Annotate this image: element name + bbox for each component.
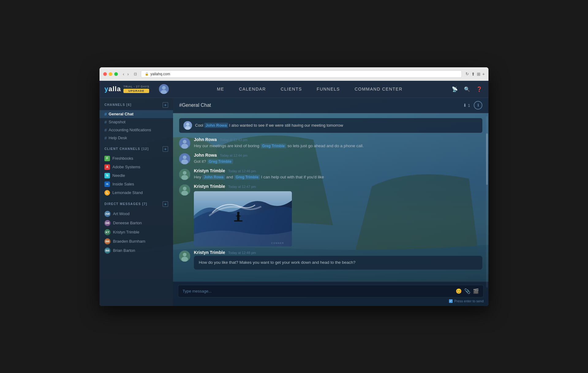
- hash-icon: #: [104, 128, 107, 132]
- nav-clients[interactable]: CLIENTS: [273, 81, 309, 98]
- share-button[interactable]: ⬆: [471, 72, 475, 76]
- channel-accounting-notifications[interactable]: # Accounting Notifications: [100, 126, 173, 134]
- upgrade-button[interactable]: UPGRADE: [123, 89, 149, 93]
- direct-messages-title: DIRECT MESSAGES [7]: [104, 202, 147, 206]
- member-count: ⬇ 1: [463, 103, 470, 108]
- back-button[interactable]: ‹: [122, 71, 126, 77]
- message-author: Kristyn Trimble: [194, 184, 225, 189]
- mention-greg-trimble: Greg Trimble: [261, 144, 286, 148]
- refresh-button[interactable]: ↻: [466, 72, 469, 76]
- enter-to-send-checkbox[interactable]: ✓: [449, 299, 453, 303]
- dm-braeden-burnham[interactable]: BB Braeden Burnham: [100, 237, 173, 246]
- tab-view-button[interactable]: ⊡: [132, 71, 138, 77]
- message-header: Kristyn Trimble Today at 12:48 pm: [194, 250, 482, 255]
- client-freshbooks[interactable]: F Freshbooks: [100, 154, 173, 163]
- message-header: Kristyn Trimble Today at 12:46 pm: [194, 168, 482, 173]
- svg-point-18: [183, 187, 187, 190]
- svg-point-13: [181, 159, 188, 164]
- mention-greg-trimble: Greg Trimble: [207, 159, 233, 164]
- client-lemonade-stand[interactable]: L Lemonade Stand: [100, 188, 173, 197]
- add-dm-button[interactable]: +: [163, 201, 168, 207]
- dm-art-wood[interactable]: AW Art Wood: [100, 209, 173, 218]
- hash-icon: #: [104, 120, 107, 125]
- nav-links: ME CALENDAR CLIENTS FUNNELS COMMAND CENT…: [169, 81, 450, 98]
- svg-rect-21: [237, 214, 239, 220]
- dm-brian-barton[interactable]: BB Brian Barton: [100, 246, 173, 255]
- minimize-button[interactable]: [109, 72, 112, 76]
- deneese-barton-avatar: DB: [104, 220, 111, 226]
- braeden-burnham-avatar: BB: [104, 238, 111, 244]
- message-text: Hey John Rowa and Greg Trimble I can hel…: [194, 174, 482, 180]
- close-button[interactable]: [103, 72, 107, 76]
- add-channel-button[interactable]: +: [163, 102, 168, 108]
- message-content: John Rowa Today at 12:44 pm Got it? Greg…: [194, 153, 482, 165]
- scrollbar-thumb[interactable]: [486, 133, 488, 185]
- nav-right-actions: 📡 🔍 ❓: [450, 85, 484, 93]
- lock-icon: 🔒: [145, 72, 149, 76]
- client-name: Freshbooks: [112, 156, 133, 161]
- client-inside-sales[interactable]: IS Inside Sales: [100, 180, 173, 188]
- pinned-content: Cool John Rowa I also wanted to see if w…: [195, 123, 478, 128]
- chat-header: #General Chat ⬇ 1 ℹ: [173, 98, 488, 113]
- message-input[interactable]: [183, 289, 453, 293]
- info-button[interactable]: ℹ: [474, 101, 482, 110]
- maximize-button[interactable]: [114, 72, 118, 76]
- nav-calendar[interactable]: CALENDAR: [232, 81, 273, 98]
- search-button[interactable]: 🔍: [463, 85, 471, 93]
- svg-point-12: [183, 155, 187, 159]
- channel-name: General Chat: [109, 112, 134, 116]
- pinned-text-rest: I also wanted to see if we were still ha…: [229, 123, 343, 128]
- mention-greg-trimble: Greg Trimble: [234, 175, 260, 180]
- chat-area: #General Chat ⬇ 1 ℹ: [173, 98, 488, 306]
- chat-input-area: 😊 📎 🎬 ✓ Press enter to send: [173, 282, 488, 306]
- scrollbar-track[interactable]: [486, 116, 488, 288]
- new-window-button[interactable]: ⊞: [477, 72, 481, 76]
- dm-kristyn-trimble[interactable]: KT Kristyn Trimble: [100, 228, 173, 237]
- messages-container[interactable]: Cool John Rowa I also wanted to see if w…: [173, 113, 488, 282]
- gif-button[interactable]: 🎬: [473, 288, 479, 294]
- message-author: Kristyn Trimble: [194, 168, 225, 173]
- chat-header-actions: ⬇ 1 ℹ: [463, 101, 482, 110]
- new-tab-button[interactable]: +: [482, 72, 485, 76]
- emoji-button[interactable]: 😊: [456, 288, 462, 294]
- input-actions: 😊 📎 🎬: [456, 288, 479, 294]
- help-button[interactable]: ❓: [475, 85, 484, 93]
- channel-name: Accounting Notifications: [109, 128, 151, 132]
- nav-avatar[interactable]: [159, 84, 169, 94]
- url-text: yallahq.com: [150, 72, 170, 76]
- message-header: John Rowa Today at 12:43 pm: [194, 137, 482, 142]
- channel-general-chat[interactable]: # General Chat: [100, 110, 173, 118]
- channel-help-desk[interactable]: # Help Desk: [100, 134, 173, 142]
- message-header: Kristyn Trimble Today at 12:47 pm: [194, 184, 482, 189]
- message-content: Kristyn Trimble Today at 12:46 pm Hey Jo…: [194, 168, 482, 180]
- avatar-svg: [179, 138, 190, 149]
- broadcast-icon-button[interactable]: 📡: [450, 85, 459, 93]
- channel-snapshot[interactable]: # Snapshot: [100, 118, 173, 126]
- address-bar[interactable]: 🔒 yallahq.com: [141, 70, 462, 78]
- nav-command-center[interactable]: COMMAND CENTER: [347, 81, 410, 98]
- dm-name: Deneese Barton: [113, 221, 142, 225]
- chat-input-box: 😊 📎 🎬: [178, 285, 484, 297]
- nav-me[interactable]: ME: [209, 81, 232, 98]
- dm-deneese-barton[interactable]: DB Deneese Barton: [100, 218, 173, 228]
- client-adobe-systems[interactable]: A Adobe Systems: [100, 163, 173, 171]
- image-label: CONNER: [271, 242, 284, 244]
- kristyn-trimble-avatar-3: [179, 251, 190, 262]
- message-text: How do you like that? Makes you want to …: [199, 259, 477, 266]
- svg-point-15: [183, 171, 187, 175]
- svg-point-7: [185, 126, 190, 130]
- attachment-button[interactable]: 📎: [464, 288, 470, 294]
- browser-chrome: ‹ › ⊡ 🔒 yallahq.com ↻ ⬆ ⊞ +: [100, 67, 488, 81]
- message-time: Today at 12:47 pm: [228, 185, 256, 188]
- forward-button[interactable]: ›: [126, 71, 130, 77]
- nav-funnels[interactable]: FUNNELS: [309, 81, 347, 98]
- pinned-avatar: [183, 121, 192, 130]
- pinned-message: Cool John Rowa I also wanted to see if w…: [179, 118, 482, 133]
- sidebar: CHANNELS [6] + # General Chat # Snapshot…: [100, 98, 173, 306]
- svg-point-22: [237, 212, 239, 214]
- add-client-channel-button[interactable]: +: [163, 146, 168, 152]
- message-content: Kristyn Trimble Today at 12:47 pm: [194, 184, 482, 246]
- channel-name: Snapshot: [109, 120, 126, 124]
- client-needle[interactable]: N Needle: [100, 171, 173, 180]
- svg-point-9: [183, 140, 187, 144]
